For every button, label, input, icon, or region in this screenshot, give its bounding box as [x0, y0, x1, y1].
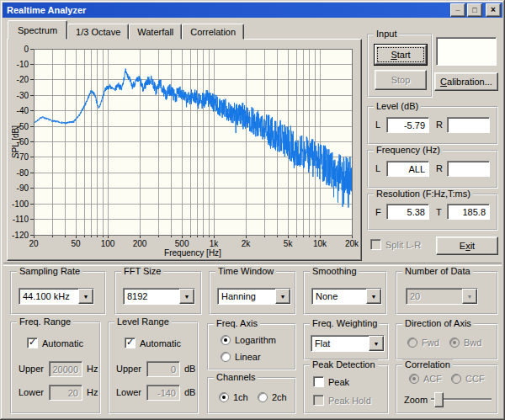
lower-label: Lower: [116, 387, 141, 397]
freq-axis-linear-radio[interactable]: Linear: [221, 352, 261, 362]
fft-size-value: 8192: [124, 289, 179, 304]
level-range-automatic-checkbox[interactable]: ✓ Automatic: [125, 338, 181, 348]
number-of-data-group: Number of Data 20 ▼: [396, 271, 498, 315]
freq-axis-title: Freq. Axis: [214, 318, 260, 328]
chevron-down-icon: ▼: [462, 289, 477, 304]
svg-text:-80: -80: [17, 168, 29, 178]
chevron-down-icon[interactable]: ▼: [275, 289, 290, 304]
time-window-combo[interactable]: Hanning ▼: [217, 288, 291, 305]
svg-text:-100: -100: [12, 199, 29, 209]
chevron-down-icon[interactable]: ▼: [366, 289, 381, 304]
level-group: Level (dB) L -5.79 R: [367, 106, 498, 145]
2ch-label: 2ch: [272, 392, 287, 402]
maximize-button[interactable]: □: [467, 3, 482, 17]
time-window-value: Hanning: [218, 289, 275, 304]
fft-size-group: FFT Size 8192 ▼: [114, 271, 202, 315]
zoom-slider[interactable]: [431, 398, 492, 401]
peak-detection-title: Peak Detection: [310, 359, 378, 369]
channels-1ch-radio[interactable]: 1ch: [219, 392, 248, 402]
resolution-t-field: 185.8: [447, 204, 490, 220]
level-range-lower-field: -140: [146, 385, 180, 401]
radio-icon: [221, 352, 231, 362]
tab-spectrum[interactable]: Spectrum: [8, 20, 67, 40]
input-level-display: [436, 37, 497, 66]
acf-radio: ACF: [409, 374, 442, 384]
channels-2ch-radio[interactable]: 2ch: [258, 392, 287, 402]
svg-text:2k: 2k: [242, 239, 252, 248]
stop-button-label: Stop: [391, 75, 411, 85]
svg-text:-110: -110: [13, 215, 29, 224]
radio-icon: [221, 335, 231, 345]
sampling-rate-combo[interactable]: 44.100 kHz ▼: [19, 288, 94, 305]
checkbox-icon: ✓: [313, 376, 324, 387]
radio-dot: [261, 396, 264, 399]
level-l-label: L: [375, 120, 380, 130]
sampling-rate-value: 44.100 kHz: [19, 289, 78, 304]
lower-unit: dB: [184, 387, 195, 397]
channels-title: Channels: [214, 372, 258, 382]
exit-button[interactable]: Exit: [436, 237, 498, 255]
frequency-group-title: Frequency (Hz): [374, 145, 443, 155]
freq-axis-logarithm-radio[interactable]: Logarithm: [221, 335, 276, 345]
smoothing-value: None: [312, 289, 366, 304]
time-window-group: Time Window Hanning ▼: [209, 271, 296, 315]
chevron-down-icon[interactable]: ▼: [78, 289, 93, 304]
zoom-label: Zoom: [404, 395, 428, 405]
svg-text:100: 100: [101, 239, 115, 248]
tab-label: Spectrum: [18, 25, 57, 35]
close-button[interactable]: ×: [486, 3, 501, 17]
check-icon: ✓: [29, 338, 36, 347]
start-button[interactable]: Start: [375, 45, 427, 65]
minimize-icon: _: [455, 4, 460, 12]
upper-label: Upper: [19, 364, 44, 374]
svg-text:500: 500: [175, 239, 189, 248]
svg-text:Frequency [Hz]: Frequency [Hz]: [164, 248, 221, 258]
svg-text:20k: 20k: [345, 239, 359, 248]
tab-waterfall[interactable]: Waterfall: [129, 24, 182, 40]
svg-text:-30: -30: [17, 91, 29, 100]
tab-label: 1/3 Octave: [76, 27, 120, 37]
smoothing-combo[interactable]: None ▼: [311, 288, 382, 305]
tab-13octave[interactable]: 1/3 Octave: [67, 24, 129, 40]
freq-weighting-title: Freq. Weighting: [310, 318, 380, 328]
minimize-button[interactable]: _: [450, 3, 465, 17]
bwd-label: Bwd: [464, 338, 481, 348]
exit-button-label: Exit: [460, 241, 475, 251]
calibration-button[interactable]: Calibration...: [434, 72, 498, 91]
lower-unit: Hz: [87, 387, 98, 397]
ccf-radio: CCF: [451, 374, 485, 384]
radio-dot: [412, 377, 416, 380]
check-icon: ✓: [126, 338, 134, 347]
1ch-label: 1ch: [233, 392, 248, 402]
radio-dot: [224, 338, 227, 342]
frequency-r-label: R: [436, 163, 443, 173]
peak-checkbox[interactable]: ✓ Peak: [313, 376, 349, 387]
slider-handle[interactable]: [434, 392, 444, 407]
svg-text:SPL [dB]: SPL [dB]: [12, 125, 20, 158]
svg-text:-10: -10: [17, 60, 29, 69]
freq-weighting-combo[interactable]: Flat ▼: [311, 335, 385, 352]
smoothing-title: Smoothing: [310, 266, 359, 276]
upper-unit: dB: [184, 364, 195, 374]
chevron-down-icon[interactable]: ▼: [369, 336, 384, 351]
fft-size-combo[interactable]: 8192 ▼: [123, 288, 195, 305]
freq-range-automatic-checkbox[interactable]: ✓ Automatic: [27, 338, 83, 348]
acf-label: ACF: [423, 374, 442, 384]
level-r-field: [447, 117, 490, 133]
split-lr-label: Split L-R: [385, 240, 421, 250]
svg-text:0: 0: [24, 45, 29, 54]
correlation-title: Correlation: [402, 359, 453, 369]
peak-label: Peak: [328, 377, 349, 387]
input-group-title: Input: [374, 29, 399, 39]
automatic-label: Automatic: [140, 338, 181, 348]
tab-label: Correlation: [190, 27, 236, 37]
checkbox-icon: ✓: [313, 395, 324, 406]
tab-correlation[interactable]: Correlation: [182, 24, 244, 40]
fft-size-title: FFT Size: [121, 266, 163, 276]
radio-icon: [219, 392, 229, 402]
level-group-title: Level (dB): [374, 101, 421, 111]
svg-text:5k: 5k: [284, 239, 294, 248]
level-range-upper-field: 0: [146, 361, 180, 377]
resolution-t-label: T: [436, 207, 442, 217]
chevron-down-icon[interactable]: ▼: [179, 289, 194, 304]
